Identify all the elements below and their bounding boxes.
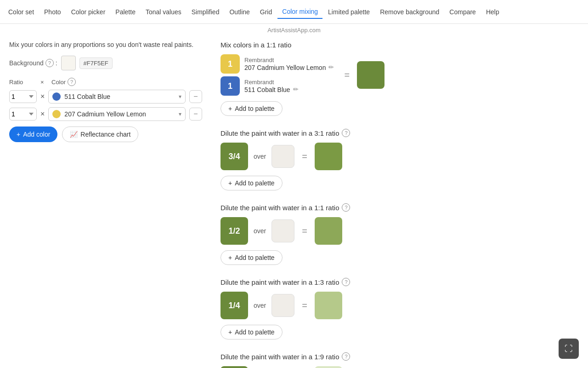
dilute-31-title: Dilute the paint with water in a 3:1 rat… [220,129,579,137]
add-color-button[interactable]: + Add color [9,126,57,142]
dilute-31-badge: 3/4 [220,143,248,170]
dilute-13-row: 1/4 over = [220,292,579,319]
dilute-11-title: Dilute the paint with water in a 1:1 rat… [220,203,579,212]
edit-color-2-icon[interactable]: ✏ [293,86,301,94]
nav-item-compare[interactable]: Compare [445,6,481,18]
dilute-19-section: Dilute the paint with water in a 1:9 rat… [220,352,579,368]
dilute-13-badge: 1/4 [220,292,248,319]
column-headers: Ratio × Color ? [9,78,202,86]
dilute-31-equals: = [302,151,307,162]
mix-color-info-2: Rembrandt 511 Cobalt Blue ✏ [244,79,301,94]
color-row-1: 1234×207 Cadmium Yellow Lemon▾− [9,107,202,121]
expand-icon: ⛶ [565,344,573,354]
dilute-31-section: Dilute the paint with water in a 3:1 rat… [220,129,579,190]
dilute-11-section: Dilute the paint with water in a 1:1 rat… [220,203,579,265]
nav-item-color-set[interactable]: Color set [4,6,39,18]
nav-item-remove-background[interactable]: Remove background [375,6,444,18]
mult-sign-0: × [40,92,45,101]
color-name-1: 207 Cadmium Yellow Lemon [64,110,175,118]
add-to-palette-btn-31[interactable]: + Add to palette [220,176,283,190]
mix-11-section: Mix colors in a 1:1 ratio 1 Rembrandt 20… [220,41,579,116]
chevron-down-icon-1: ▾ [179,111,181,117]
mix-color-info-1: Rembrandt 207 Cadmium Yellow Lemon ✏ [244,57,337,72]
dilute-11-row: 1/2 over = [220,217,579,245]
mix-color-item-1: 1 Rembrandt 207 Cadmium Yellow Lemon ✏ [220,54,337,74]
dilute-19-row: 1/10 over = [220,366,579,368]
dilute-13-section: Dilute the paint with water in a 1:3 rat… [220,278,579,339]
nav-item-grid[interactable]: Grid [255,6,277,18]
action-row: + Add color 📈 Reflectance chart [9,126,202,142]
dilute-19-help-icon[interactable]: ? [342,352,350,361]
dilute-31-water [271,145,294,168]
equals-sign: = [344,70,350,80]
dilute-13-help-icon[interactable]: ? [342,278,350,286]
mult-header: × [40,79,48,86]
mix-11-list: 1 Rembrandt 207 Cadmium Yellow Lemon ✏ 1 [220,54,337,96]
dilute-19-result-swatch [315,366,342,368]
color-select-inner-1[interactable]: 207 Cadmium Yellow Lemon▾ [48,107,186,121]
dilute-11-over: over [254,227,266,235]
dilute-13-equals: = [302,300,307,311]
nav-item-simplified[interactable]: Simplified [187,6,224,18]
ratio-header: Ratio [9,79,37,86]
color-select-wrapper-1[interactable]: 207 Cadmium Yellow Lemon▾ [48,107,186,121]
ratio-badge-1: 1 [220,54,240,74]
ratio-badge-2: 1 [220,76,240,96]
dilute-31-row: 3/4 over = [220,143,579,170]
chart-icon: 📈 [70,131,78,138]
dilute-13-over: over [254,302,266,309]
dilute-11-water [271,219,294,242]
color-select-wrapper-0[interactable]: 511 Cobalt Blue▾ [48,90,186,104]
edit-color-1-icon[interactable]: ✏ [328,63,337,72]
dilute-11-badge: 1/2 [220,217,248,245]
add-to-palette-btn-11d[interactable]: + Add to palette [220,250,283,265]
left-panel: Mix your colors in any proportions so yo… [9,41,202,368]
right-panel: Mix colors in a 1:1 ratio 1 Rembrandt 20… [202,41,579,368]
background-swatch[interactable] [61,56,76,70]
add-to-palette-btn-13[interactable]: + Add to palette [220,325,283,339]
background-hex: #F7F5EF [79,58,113,69]
nav-item-limited-palette[interactable]: Limited palette [323,6,374,18]
plus-icon: + [17,131,20,138]
dilute-11-equals: = [302,226,307,236]
mix-11-result-swatch [357,61,384,89]
tagline: Mix your colors in any proportions so yo… [9,41,202,48]
remove-color-button-1[interactable]: − [189,108,202,121]
nav-item-tonal-values[interactable]: Tonal values [141,6,186,18]
expand-button[interactable]: ⛶ [559,339,579,359]
dilute-11-result-swatch [315,217,342,245]
color-swatch-0 [52,92,61,101]
color-help-icon[interactable]: ? [68,78,76,86]
dilute-31-result-swatch [315,143,342,170]
plus-icon-31: + [228,179,232,187]
nav-item-help[interactable]: Help [481,6,504,18]
dilute-31-over: over [254,153,266,160]
chevron-down-icon-0: ▾ [179,93,181,100]
nav-item-palette[interactable]: Palette [111,6,140,18]
dilute-13-title: Dilute the paint with water in a 1:3 rat… [220,278,579,286]
color-header: Color [51,79,66,86]
dilute-13-result-swatch [315,292,342,319]
color-select-inner-0[interactable]: 511 Cobalt Blue▾ [48,90,186,104]
mix-11-title: Mix colors in a 1:1 ratio [220,41,579,49]
plus-icon-small: + [228,105,232,112]
reflectance-chart-button[interactable]: 📈 Reflectance chart [62,126,138,142]
dilute-19-badge: 1/10 [220,366,248,368]
mult-sign-1: × [40,110,45,118]
dilute-11-help-icon[interactable]: ? [342,203,350,212]
color-name-0: 511 Cobalt Blue [64,93,175,100]
plus-icon-13: + [228,328,232,336]
background-row: Background ?: #F7F5EF [9,56,202,70]
add-to-palette-btn-11[interactable]: + Add to palette [220,101,283,116]
ratio-select-0[interactable]: 1234 [9,90,37,103]
ratio-select-1[interactable]: 1234 [9,108,37,121]
nav-item-outline[interactable]: Outline [225,6,254,18]
mix-color-item-2: 1 Rembrandt 511 Cobalt Blue ✏ [220,76,337,96]
nav-item-photo[interactable]: Photo [40,6,66,18]
nav-item-color-mixing[interactable]: Color mixing [277,5,322,19]
remove-color-button-0[interactable]: − [189,90,202,103]
background-help-icon[interactable]: ? [45,59,54,67]
color-rows: 1234×511 Cobalt Blue▾−1234×207 Cadmium Y… [9,90,202,121]
nav-item-color-picker[interactable]: Color picker [67,6,110,18]
dilute-31-help-icon[interactable]: ? [342,129,350,137]
